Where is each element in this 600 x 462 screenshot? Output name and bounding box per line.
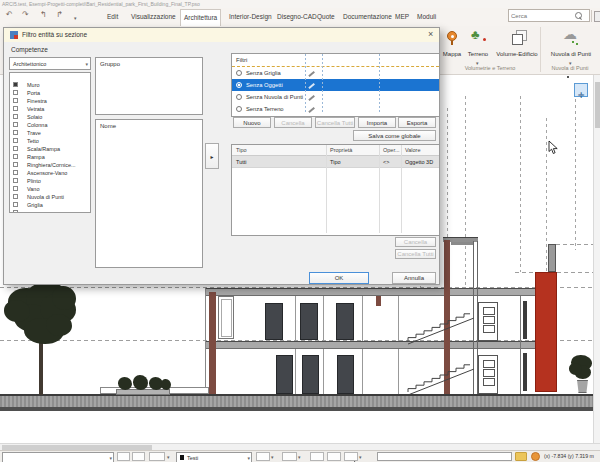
quick-access-chevron-down-icon[interactable]: ▾ <box>74 15 77 21</box>
move-down-button[interactable]: ↓ <box>132 452 145 461</box>
tab-documentazione[interactable]: Documentazione <box>340 9 395 25</box>
cancella-tutti-button[interactable]: Cancella Tutti <box>315 117 355 128</box>
partition-wall <box>323 349 324 395</box>
stairs-lower <box>406 359 478 397</box>
partition-wall <box>398 349 399 395</box>
esporta-button[interactable]: Esporta <box>398 117 436 128</box>
selected-tool-button[interactable]: ✛ <box>574 83 588 97</box>
window-titlebar: ARCI5.test, Esempi-Progetti-completi\Bar… <box>0 0 600 8</box>
criteria-row[interactable]: Tutti Tipo <> Oggetto 3D <box>232 156 439 168</box>
entity-label: Solaio <box>27 114 42 120</box>
radio-icon[interactable] <box>236 70 242 76</box>
forward-icon[interactable]: ↱ <box>56 10 63 19</box>
tab-moduli[interactable]: Moduli <box>414 9 439 25</box>
cancella-button[interactable]: Cancella <box>274 117 312 128</box>
chevron-down-icon: ▾ <box>109 455 112 461</box>
snap-settings-icon[interactable] <box>515 452 527 461</box>
gruppo-listbox[interactable]: Gruppo <box>95 57 203 115</box>
point-cloud-dot2 <box>576 43 578 45</box>
clipped-toolbar-icon[interactable] <box>594 11 600 22</box>
layer-dropdown[interactable]: ▾ <box>2 452 114 462</box>
filters-header-row: Filtri <box>232 54 439 67</box>
draw-tool-button[interactable] <box>149 452 165 461</box>
criteria-cell-proprieta: Tipo <box>330 159 341 165</box>
application-window: ARCI5.test, Esempi-Progetti-completi\Bar… <box>0 0 600 462</box>
radio-icon[interactable] <box>236 94 242 100</box>
tab-edit[interactable]: Edit <box>104 9 121 25</box>
rotate-view-button[interactable]: ↻ <box>310 452 324 461</box>
scrollbar-thumb[interactable] <box>595 82 600 128</box>
filter-row-selected[interactable]: Senza Oggetti <box>232 79 439 91</box>
text-style-combo[interactable]: Testi ▾ <box>176 452 252 462</box>
stair-tower-railing <box>451 242 473 245</box>
move-up-button[interactable]: ↑ <box>117 452 130 461</box>
door-pane <box>483 325 495 333</box>
redo-icon[interactable]: ↷ <box>22 10 29 19</box>
entity-label: Ascensore-Vano <box>27 170 67 176</box>
radio-icon[interactable] <box>236 106 242 112</box>
dialog-titlebar[interactable]: Filtro entità su sezione × <box>4 28 439 42</box>
tab-disegno-cad[interactable]: Disegno-CAD <box>274 9 320 25</box>
dialog-app-icon-accent <box>14 35 18 39</box>
image-tool-button[interactable]: ▤ <box>327 452 341 461</box>
user-presence-icon[interactable] <box>531 452 540 461</box>
salva-come-globale-button[interactable]: Salva come globale <box>353 130 436 141</box>
horizontal-scrollbar[interactable] <box>0 443 600 450</box>
ok-button[interactable]: OK <box>309 272 369 284</box>
parapet-wall-cap <box>548 244 556 272</box>
annulla-button[interactable]: Annulla <box>392 272 436 284</box>
vertical-scrollbar[interactable] <box>593 75 600 443</box>
tree-canopy <box>46 314 72 336</box>
grid-line <box>546 118 547 272</box>
red-wall-section <box>535 272 557 392</box>
tab-mep[interactable]: MEP <box>392 9 412 25</box>
radio-icon-selected[interactable] <box>236 82 242 88</box>
pencil-icon[interactable] <box>308 71 314 77</box>
cancella-row-button[interactable]: Cancella <box>395 237 436 247</box>
filters-table[interactable]: Filtri Senza Griglia Senza Oggetti Senza… <box>231 53 440 117</box>
discipline-dropdown[interactable]: Architettonico ▾ <box>9 57 91 70</box>
chevron-down-icon[interactable]: ▾ <box>298 454 301 460</box>
stairs-upper <box>406 308 478 346</box>
criteria-header-row: Tipo Proprietà Oper... Valore <box>232 145 439 156</box>
filter-row[interactable]: Senza Nuvola di Punti <box>232 91 439 103</box>
criteria-table[interactable]: Tipo Proprietà Oper... Valore Tutti Tipo… <box>231 144 440 236</box>
nome-listbox[interactable]: Nome <box>95 119 203 268</box>
transfer-button[interactable]: ▸ <box>205 143 219 169</box>
tree-canopy <box>4 300 30 322</box>
chevron-down-icon[interactable]: ▾ <box>167 454 170 460</box>
dark-door <box>336 303 354 340</box>
criteria-cell-tipo: Tutti <box>236 159 247 165</box>
pencil-icon[interactable] <box>308 107 314 113</box>
col-header-oper: Oper... <box>383 147 400 153</box>
right-wall-line <box>520 296 521 395</box>
chevron-down-icon[interactable]: ▾ <box>271 454 274 460</box>
panel-door <box>478 355 498 394</box>
ribbon-button-label: Terreno <box>460 50 496 59</box>
polyline-tool-button[interactable] <box>344 452 358 461</box>
nuovo-button[interactable]: Nuovo <box>233 117 271 128</box>
close-icon[interactable]: × <box>428 29 433 39</box>
back-icon[interactable]: ↰ <box>40 10 47 19</box>
tab-visualizzazione[interactable]: Visualizzazione <box>128 9 179 25</box>
undo-icon[interactable]: ↶ <box>6 10 13 19</box>
pencil-icon[interactable] <box>308 83 314 89</box>
importa-button[interactable]: Importa <box>358 117 396 128</box>
tab-quote[interactable]: Quote <box>314 9 338 25</box>
pencil-icon[interactable] <box>308 95 314 101</box>
entity-label: Trave <box>27 130 41 136</box>
entity-label: Rampa <box>27 154 45 160</box>
filters-col-divider <box>322 54 323 114</box>
entity-list[interactable]: Muro Porta Finestra Vetrata Solaio Colon… <box>9 72 91 213</box>
north-compass-button[interactable]: A <box>282 452 297 461</box>
chevron-down-icon[interactable]: ▾ <box>359 454 362 460</box>
ribbon-button-volume-edificio[interactable]: Volume-Edificio <box>494 28 540 68</box>
entity-checkbox[interactable] <box>13 210 18 213</box>
filter-row[interactable]: Senza Terreno <box>232 103 439 115</box>
tab-architettura[interactable]: Architettura <box>180 9 221 26</box>
command-input[interactable] <box>377 452 512 461</box>
tab-interior-design[interactable]: Interior-Design <box>226 9 275 25</box>
circle-tool-button[interactable]: ◯ <box>256 452 270 461</box>
cancella-tutti-row-button[interactable]: Cancella Tutti <box>395 249 436 259</box>
filter-row[interactable]: Senza Griglia <box>232 67 439 79</box>
